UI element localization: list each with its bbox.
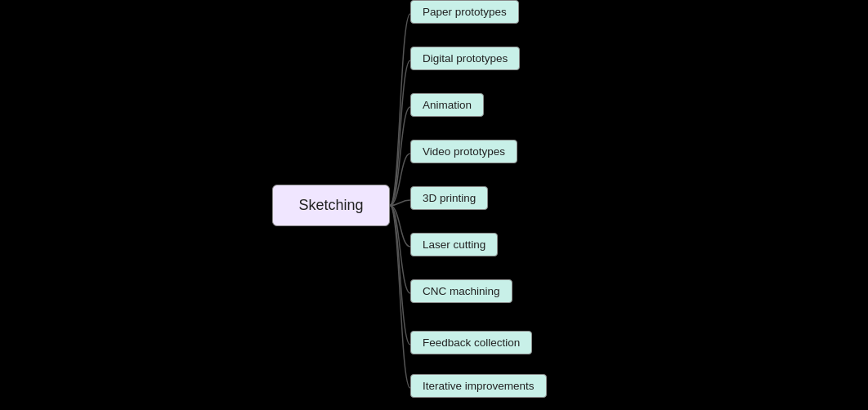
branch-node-paper-prototypes: Paper prototypes: [410, 0, 519, 24]
branch-node-3d-printing: 3D printing: [410, 186, 488, 210]
branch-node-iterative-improvements: Iterative improvements: [410, 374, 547, 398]
branch-node-video-prototypes: Video prototypes: [410, 140, 517, 163]
branch-node-animation: Animation: [410, 93, 484, 117]
branch-node-digital-prototypes: Digital prototypes: [410, 47, 520, 70]
branch-node-feedback-collection: Feedback collection: [410, 331, 532, 354]
branch-node-cnc-machining: CNC machining: [410, 279, 512, 303]
center-node: Sketching: [272, 185, 390, 226]
branch-node-laser-cutting: Laser cutting: [410, 233, 498, 256]
